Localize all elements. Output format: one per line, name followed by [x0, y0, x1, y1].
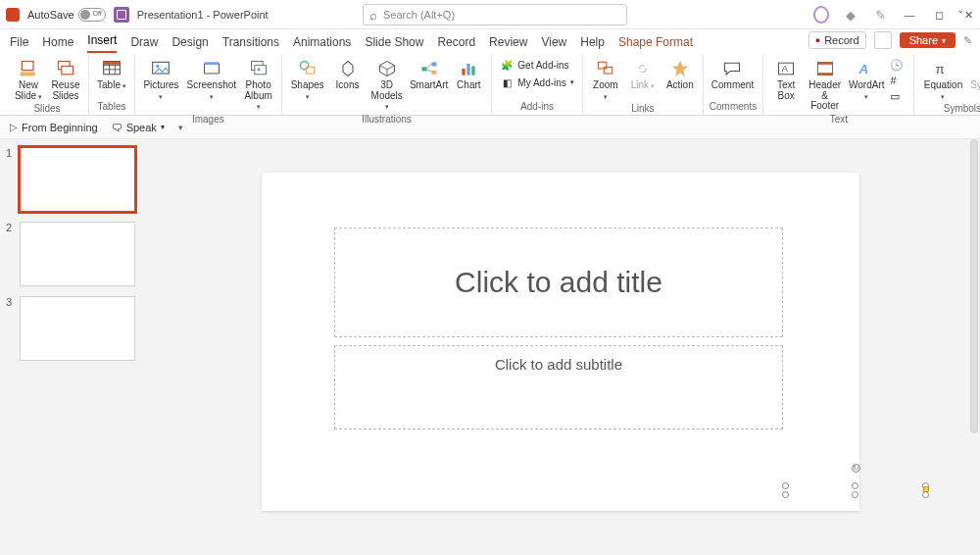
- resize-handle[interactable]: [852, 482, 858, 489]
- tab-file[interactable]: File: [10, 35, 28, 53]
- svg-marker-32: [671, 61, 688, 77]
- group-label-tables: Tables: [95, 101, 128, 113]
- autosave-toggle[interactable]: AutoSave Off: [27, 8, 106, 22]
- action-button[interactable]: Action: [663, 57, 697, 93]
- date-time-icon[interactable]: 🕓: [890, 59, 907, 73]
- svg-rect-0: [22, 62, 33, 71]
- my-addins-button[interactable]: ◧My Add-ins ▾: [498, 75, 575, 90]
- symbol-button: Ω Symbol: [969, 57, 980, 93]
- rotate-handle-icon[interactable]: [852, 464, 860, 473]
- from-beginning-button[interactable]: From Beginning: [10, 122, 98, 133]
- slide[interactable]: Click to add title Click to add subtitle: [262, 173, 859, 511]
- tab-home[interactable]: Home: [42, 35, 74, 53]
- svg-rect-13: [204, 62, 219, 65]
- reuse-slides-button[interactable]: Reuse Slides: [49, 57, 82, 103]
- pictures-button[interactable]: Pictures: [141, 57, 181, 103]
- comments-pane-button[interactable]: ✎: [963, 34, 972, 47]
- search-input[interactable]: Search (Alt+Q): [363, 4, 627, 25]
- selected-shape[interactable]: [786, 479, 925, 495]
- group-illustrations: Shapes Icons 3D Models SmartArt Chart Il…: [282, 55, 493, 115]
- subtitle-placeholder[interactable]: Click to add subtitle: [334, 345, 783, 429]
- table-button[interactable]: Table: [95, 57, 128, 93]
- thumbnail-slide-2[interactable]: [20, 222, 135, 286]
- equation-button[interactable]: π Equation: [920, 57, 965, 103]
- thumbnail-number: 2: [6, 222, 16, 233]
- toggle-off-icon[interactable]: Off: [78, 8, 106, 22]
- vertical-scrollbar[interactable]: [966, 139, 980, 528]
- comment-button[interactable]: Comment: [710, 57, 756, 93]
- resize-handle[interactable]: [852, 491, 858, 498]
- slide-canvas[interactable]: Click to add title Click to add subtitle: [149, 139, 980, 555]
- equation-icon: π: [932, 59, 954, 78]
- search-placeholder: Search (Alt+Q): [383, 9, 455, 21]
- 3d-models-button[interactable]: 3D Models: [368, 57, 406, 114]
- smartart-button[interactable]: SmartArt: [410, 57, 448, 93]
- slide-thumbnails-panel: 1 2 3: [0, 139, 149, 555]
- account-avatar[interactable]: [813, 6, 829, 24]
- record-button[interactable]: Record: [808, 31, 866, 49]
- title-placeholder-text: Click to add title: [455, 266, 662, 299]
- resize-handle[interactable]: [782, 482, 789, 489]
- svg-rect-29: [472, 67, 475, 76]
- tab-draw[interactable]: Draw: [130, 35, 158, 53]
- svg-rect-10: [153, 62, 170, 74]
- thumbnail-number: 3: [6, 296, 16, 308]
- tab-animations[interactable]: Animations: [293, 35, 351, 53]
- header-footer-icon: [814, 59, 836, 78]
- thumbnail-row[interactable]: 2: [6, 222, 143, 286]
- svg-rect-31: [604, 67, 612, 74]
- adjust-handle[interactable]: [923, 486, 929, 492]
- tab-view[interactable]: View: [541, 35, 566, 53]
- shapes-button[interactable]: Shapes: [288, 57, 327, 103]
- new-slide-button[interactable]: New Slide: [12, 57, 45, 103]
- tab-record[interactable]: Record: [437, 35, 475, 53]
- thumbnail-slide-3[interactable]: [20, 296, 135, 361]
- object-icon[interactable]: ▭: [890, 90, 907, 104]
- thumbnail-slide-1[interactable]: [20, 147, 135, 212]
- tab-help[interactable]: Help: [580, 35, 605, 53]
- save-icon[interactable]: [114, 7, 129, 23]
- svg-rect-22: [421, 67, 426, 71]
- ink-icon[interactable]: [872, 8, 888, 23]
- thumbnail-row[interactable]: 3: [6, 296, 143, 361]
- thumbnail-row[interactable]: 1: [6, 147, 143, 212]
- tab-review[interactable]: Review: [489, 35, 527, 53]
- title-bar: AutoSave Off Presentation1 - PowerPoint …: [0, 0, 980, 29]
- speak-button[interactable]: Speak ▾: [112, 122, 165, 133]
- group-label-links: Links: [589, 103, 697, 115]
- group-links: Zoom Link Action Links: [583, 55, 704, 115]
- svg-line-26: [426, 70, 431, 73]
- header-footer-button[interactable]: Header & Footer: [807, 57, 843, 114]
- wordart-button[interactable]: A WordArt: [847, 57, 886, 103]
- photo-album-button[interactable]: Photo Album: [242, 57, 275, 114]
- collapse-ribbon-icon[interactable]: ⌄: [956, 4, 964, 15]
- zoom-button[interactable]: Zoom: [589, 57, 622, 103]
- tab-slideshow[interactable]: Slide Show: [365, 35, 423, 53]
- resize-handle[interactable]: [782, 491, 789, 498]
- group-slides: New Slide Reuse Slides Slides: [6, 55, 89, 115]
- minimize-button[interactable]: —: [902, 9, 917, 21]
- slide-number-icon[interactable]: #: [890, 75, 907, 88]
- share-button[interactable]: Share: [900, 32, 956, 48]
- subtitle-placeholder-text: Click to add subtitle: [495, 356, 622, 373]
- tab-insert[interactable]: Insert: [87, 33, 117, 53]
- ribbon: New Slide Reuse Slides Slides Table Tabl…: [0, 53, 980, 116]
- tab-shape-format[interactable]: Shape Format: [618, 35, 693, 53]
- title-placeholder[interactable]: Click to add title: [334, 227, 783, 337]
- screenshot-button[interactable]: Screenshot: [185, 57, 238, 103]
- chart-icon: [458, 59, 479, 78]
- restore-button[interactable]: ◻: [931, 9, 947, 22]
- customize-qat-icon[interactable]: ▾: [178, 123, 183, 132]
- chart-button[interactable]: Chart: [452, 57, 485, 93]
- reuse-slides-icon: [55, 59, 76, 78]
- present-mode-button[interactable]: [874, 31, 892, 49]
- svg-rect-23: [431, 62, 436, 66]
- group-label-text: Text: [769, 114, 907, 126]
- text-box-button[interactable]: A Text Box: [769, 57, 803, 103]
- tab-design[interactable]: Design: [172, 35, 208, 53]
- premium-icon[interactable]: [843, 8, 858, 23]
- get-addins-button[interactable]: 🧩Get Add-ins: [498, 57, 575, 73]
- icons-button[interactable]: Icons: [331, 57, 365, 93]
- resize-handle[interactable]: [922, 491, 929, 498]
- tab-transitions[interactable]: Transitions: [222, 35, 279, 53]
